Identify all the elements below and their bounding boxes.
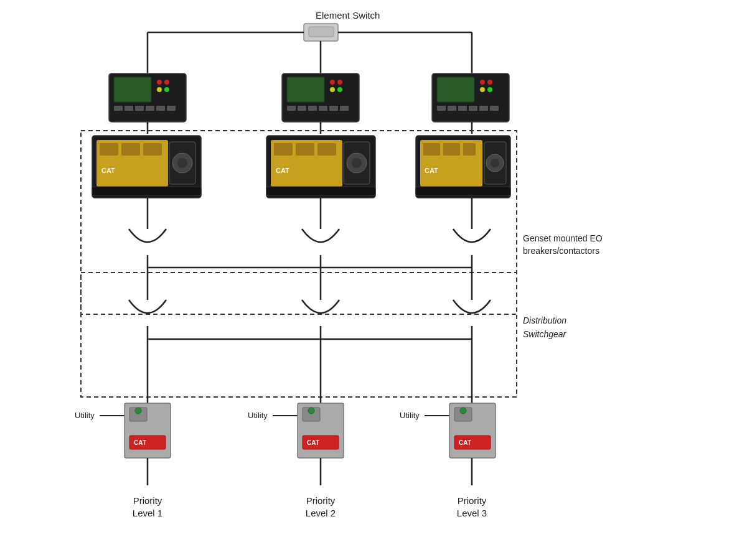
controller-2-btn10 <box>340 106 349 111</box>
distribution-label-line2: Switchgear <box>523 329 567 339</box>
element-switch-label: Element Switch <box>316 10 380 21</box>
inner-dashed-box <box>81 273 517 397</box>
controller-2-btn7 <box>308 106 317 111</box>
controller-2-btn4 <box>337 87 342 92</box>
genset-1-skid <box>92 187 201 195</box>
brk5-arc <box>302 300 339 313</box>
genset-3-detail3 <box>463 143 476 156</box>
controller-1-btn4 <box>164 87 169 92</box>
utility-label-2: Utility <box>248 411 268 420</box>
utility-label-1: Utility <box>75 411 95 420</box>
genset-1-gen-inner <box>177 158 187 168</box>
controller-2-btn8 <box>319 106 327 111</box>
priority-label-3-line1: Priority <box>458 495 487 506</box>
brk4-arc <box>129 300 166 313</box>
genset-1-detail1 <box>100 143 118 156</box>
ats-2-display <box>308 408 314 414</box>
brk1-arc <box>129 229 166 242</box>
controller-1-btn10 <box>167 106 176 111</box>
genset-label-line1: Genset mounted EO <box>523 233 603 243</box>
controller-2-btn2 <box>337 80 342 85</box>
priority-label-2-line1: Priority <box>306 495 336 506</box>
controller-3-btn10 <box>490 106 499 111</box>
controller-2-btn1 <box>330 80 335 85</box>
controller-1-btn8 <box>146 106 154 111</box>
ats-3-display <box>460 408 466 414</box>
genset-1-detail3 <box>143 143 162 156</box>
genset-2-detail3 <box>317 143 336 156</box>
genset-label-line2: breakers/contactors <box>523 246 599 256</box>
ats-2-cat-text: CAT <box>307 439 319 446</box>
utility-label-3: Utility <box>400 411 420 420</box>
controller-3-btn8 <box>469 106 477 111</box>
controller-3-btn7 <box>458 106 467 111</box>
controller-3-btn6 <box>448 106 456 111</box>
controller-2-btn6 <box>298 106 306 111</box>
controller-1-screen <box>114 77 151 102</box>
genset-2-detail1 <box>274 143 293 156</box>
diagram-container: Element Switch <box>0 0 747 560</box>
ats-3-cat-text: CAT <box>459 439 471 446</box>
controller-2-screen <box>287 77 324 102</box>
genset-3-detail1 <box>423 143 440 156</box>
genset-1-cat-label: CAT <box>101 167 115 174</box>
genset-3-gen-inner <box>491 159 499 167</box>
controller-1-btn6 <box>125 106 133 111</box>
genset-2-gen-inner <box>352 158 362 168</box>
genset-3-cat-label: CAT <box>425 167 438 174</box>
controller-3-btn9 <box>479 106 488 111</box>
distribution-label-line1: Distribution <box>523 315 566 325</box>
controller-3-btn1 <box>480 80 485 85</box>
priority-label-2-line2: Level 2 <box>306 508 336 518</box>
controller-1-btn2 <box>164 80 169 85</box>
controller-3-btn4 <box>487 87 492 92</box>
genset-2-cat-label: CAT <box>276 167 289 174</box>
brk6-arc <box>453 300 491 313</box>
controller-3-btn3 <box>480 87 485 92</box>
controller-1-btn9 <box>156 106 165 111</box>
ats-1-display <box>135 408 141 414</box>
genset-1-detail2 <box>121 143 140 156</box>
brk2-arc <box>302 229 339 242</box>
genset-2-skid <box>266 187 375 195</box>
controller-2-btn5 <box>287 106 296 111</box>
controller-1-btn5 <box>114 106 123 111</box>
controller-2-btn3 <box>330 87 335 92</box>
brk3-arc <box>453 229 491 242</box>
genset-3-detail2 <box>443 143 460 156</box>
controller-3-btn5 <box>437 106 446 111</box>
controller-1-btn7 <box>135 106 144 111</box>
priority-label-3-line2: Level 3 <box>457 508 487 518</box>
controller-3-screen <box>437 77 474 102</box>
genset-3-skid <box>416 187 510 195</box>
controller-2-btn9 <box>329 106 338 111</box>
controller-3-btn2 <box>487 80 492 85</box>
controller-1-btn1 <box>157 80 162 85</box>
genset-2-detail2 <box>296 143 314 156</box>
ats-1-cat-text: CAT <box>134 439 146 446</box>
priority-label-1-line1: Priority <box>133 495 162 506</box>
controller-1-btn3 <box>157 87 162 92</box>
priority-label-1-line2: Level 1 <box>133 508 162 518</box>
element-switch-inner <box>309 27 334 37</box>
